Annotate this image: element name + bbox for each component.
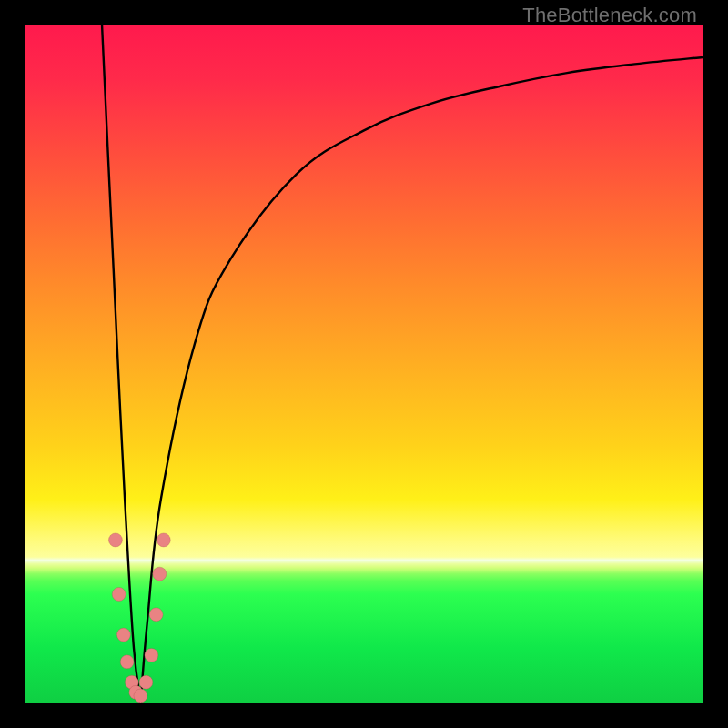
data-marker: [139, 675, 153, 689]
plot-area: [25, 25, 703, 703]
data-marker: [108, 533, 122, 547]
chart-frame: TheBottleneck.com: [0, 0, 728, 728]
data-marker: [112, 587, 126, 601]
curves-svg: [25, 25, 703, 703]
watermark-text: TheBottleneck.com: [522, 4, 697, 27]
data-marker: [120, 655, 134, 669]
curve-right-branch: [140, 57, 703, 703]
data-marker: [157, 533, 170, 547]
data-marker: [134, 689, 147, 703]
marker-group: [108, 533, 170, 703]
data-marker: [149, 608, 163, 622]
curve-left-branch: [102, 25, 140, 703]
data-marker: [116, 628, 130, 642]
data-marker: [153, 567, 167, 581]
data-marker: [145, 648, 158, 662]
